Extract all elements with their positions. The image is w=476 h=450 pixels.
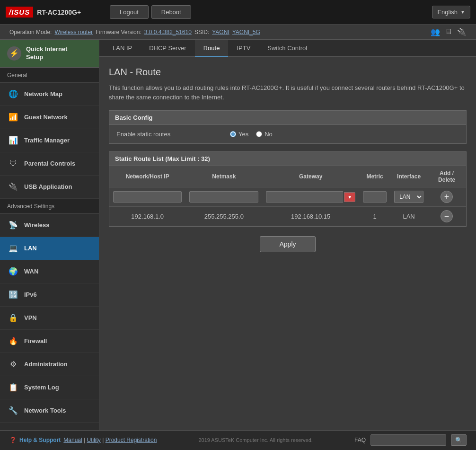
col-network-host-ip: Network/Host IP xyxy=(109,166,185,187)
sidebar-item-quick-setup[interactable]: ⚡ Quick InternetSetup xyxy=(0,40,99,68)
tab-bar: LAN IP DHCP Server Route IPTV Switch Con… xyxy=(99,40,476,57)
language-label: English xyxy=(437,9,458,16)
tab-dhcp-server[interactable]: DHCP Server xyxy=(141,40,195,57)
sidebar-item-ipv6[interactable]: 🔢 IPv6 xyxy=(0,283,99,307)
wan-icon: 🌍 xyxy=(7,265,19,278)
sidebar-item-label: VPN xyxy=(24,314,37,321)
row-netmask: 255.255.255.0 xyxy=(185,207,262,226)
top-bar: /ISUS RT-AC1200G+ Logout Reboot English … xyxy=(0,0,476,25)
administration-icon: ⚙ xyxy=(7,358,19,371)
row-metric: 1 xyxy=(359,207,390,226)
general-section-title: General xyxy=(0,68,99,83)
page-title: LAN - Route xyxy=(109,67,467,78)
yes-radio-label[interactable]: Yes xyxy=(230,131,248,138)
page-description: This function allows you to add routing … xyxy=(109,83,467,102)
manual-link[interactable]: Manual xyxy=(63,437,82,443)
delete-route-button[interactable]: − xyxy=(441,210,453,222)
sidebar-item-guest-network[interactable]: 📶 Guest Network xyxy=(0,106,99,129)
interface-select[interactable]: LAN WAN xyxy=(394,191,423,203)
sidebar-item-parental-controls[interactable]: 🛡 Parental Controls xyxy=(0,152,99,176)
network-ip-input[interactable] xyxy=(113,191,182,203)
row-interface: LAN xyxy=(390,207,427,226)
metric-input[interactable] xyxy=(363,191,387,203)
add-btn-cell: + xyxy=(427,187,466,207)
main-layout: ⚡ Quick InternetSetup General 🌐 Network … xyxy=(0,40,476,430)
static-route-list-header: Static Route List (Max Limit : 32) xyxy=(109,152,466,166)
network-tools-icon: 🔧 xyxy=(7,405,19,417)
guest-network-icon: 📶 xyxy=(7,111,19,124)
col-metric: Metric xyxy=(359,166,390,187)
network-icon[interactable]: 🖥 xyxy=(445,27,452,36)
tab-route[interactable]: Route xyxy=(195,40,229,57)
ipv6-icon: 🔢 xyxy=(7,289,19,301)
footer-right: FAQ 🔍 xyxy=(354,434,467,446)
footer-links: Manual | Utility | Product Registration xyxy=(63,437,157,443)
tab-lan-ip[interactable]: LAN IP xyxy=(104,40,141,57)
enable-static-routes-label: Enable static routes xyxy=(116,131,220,138)
basic-config-section: Basic Config Enable static routes Yes No xyxy=(109,110,467,144)
sidebar-item-label: USB Application xyxy=(24,183,72,190)
operation-mode-value[interactable]: Wireless router xyxy=(54,29,93,35)
firewall-icon: 🔥 xyxy=(7,335,19,347)
help-support-link[interactable]: Help & Support xyxy=(19,437,61,443)
col-add-delete: Add / Delete xyxy=(427,166,466,187)
sidebar-item-lan[interactable]: 💻 LAN xyxy=(0,237,99,260)
gateway-input-group: ▼ xyxy=(266,191,355,203)
netmask-input[interactable] xyxy=(189,191,258,203)
users-icon[interactable]: 👥 xyxy=(431,27,440,36)
sidebar: ⚡ Quick InternetSetup General 🌐 Network … xyxy=(0,40,99,430)
tab-switch-control[interactable]: Switch Control xyxy=(259,40,316,57)
quick-setup-icon: ⚡ xyxy=(7,46,21,61)
faq-search-input[interactable] xyxy=(370,434,446,446)
gateway-dropdown-btn[interactable]: ▼ xyxy=(344,192,355,202)
no-radio[interactable] xyxy=(256,131,262,137)
sidebar-item-usb-application[interactable]: 🔌 USB Application xyxy=(0,176,99,199)
sidebar-item-wan[interactable]: 🌍 WAN xyxy=(0,260,99,283)
gateway-cell: ▼ xyxy=(262,187,359,207)
yes-radio[interactable] xyxy=(230,131,236,137)
usb-icon[interactable]: 🔌 xyxy=(457,27,467,36)
faq-label: FAQ xyxy=(354,437,366,443)
sidebar-item-wireless[interactable]: 📡 Wireless xyxy=(0,214,99,237)
apply-row: Apply xyxy=(109,236,467,252)
tab-iptv[interactable]: IPTV xyxy=(228,40,259,57)
lan-icon: 💻 xyxy=(7,242,19,255)
asus-logo: /ISUS xyxy=(6,7,33,18)
no-radio-label[interactable]: No xyxy=(256,131,273,138)
table-row: 192.168.1.0 255.255.255.0 192.168.10.15 … xyxy=(109,207,466,226)
language-selector[interactable]: English ▼ xyxy=(432,6,470,18)
sidebar-item-firewall[interactable]: 🔥 Firewall xyxy=(0,330,99,353)
sidebar-item-administration[interactable]: ⚙ Administration xyxy=(0,353,99,376)
sidebar-item-label: Guest Network xyxy=(24,114,68,121)
reboot-button[interactable]: Reboot xyxy=(151,5,191,19)
add-route-button[interactable]: + xyxy=(441,191,453,203)
sidebar-item-system-log[interactable]: 📋 System Log xyxy=(0,376,99,399)
op-bar-icons: 👥 🖥 🔌 xyxy=(431,27,467,36)
sidebar-item-network-map[interactable]: 🌐 Network Map xyxy=(0,83,99,106)
no-label: No xyxy=(264,131,273,138)
logout-button[interactable]: Logout xyxy=(110,5,149,19)
sidebar-item-vpn[interactable]: 🔒 VPN xyxy=(0,307,99,330)
top-buttons: Logout Reboot xyxy=(110,5,191,19)
apply-button[interactable]: Apply xyxy=(260,236,315,252)
netmask-cell xyxy=(185,187,262,207)
delete-btn-cell: − xyxy=(427,207,466,226)
op-bar-info: Operation Mode: Wireless router Firmware… xyxy=(9,29,260,35)
sidebar-item-traffic-manager[interactable]: 📊 Traffic Manager xyxy=(0,129,99,152)
footer-left: ❓ Help & Support Manual | Utility | Prod… xyxy=(9,437,157,443)
help-icon: ❓ xyxy=(9,437,17,443)
ssid-value[interactable]: YAGNI xyxy=(212,29,229,35)
sidebar-item-label: Parental Controls xyxy=(24,160,75,167)
sidebar-item-label: System Log xyxy=(24,384,59,391)
gateway-input[interactable] xyxy=(266,191,343,203)
network-map-icon: 🌐 xyxy=(7,88,19,100)
product-reg-link[interactable]: Product Registration xyxy=(106,437,157,443)
sidebar-item-label: Traffic Manager xyxy=(24,137,70,144)
col-interface: Interface xyxy=(390,166,427,187)
utility-link[interactable]: Utility xyxy=(87,437,100,443)
sidebar-item-network-tools[interactable]: 🔧 Network Tools xyxy=(0,399,99,423)
firmware-value[interactable]: 3.0.0.4.382_51610 xyxy=(144,29,192,35)
faq-search-button[interactable]: 🔍 xyxy=(451,434,467,446)
table-input-row: ▼ LAN WAN xyxy=(109,187,466,207)
ssid5g-value[interactable]: YAGNI_5G xyxy=(232,29,260,35)
